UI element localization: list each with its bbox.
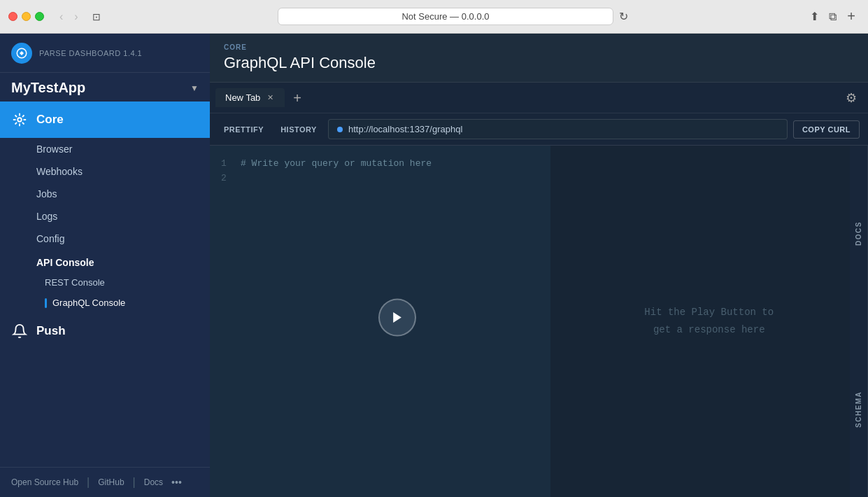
browser-chrome: ‹ › ⊡ Not Secure — 0.0.0.0 ↻ ⬆ ⧉ + — [0, 0, 868, 34]
svg-point-1 — [17, 118, 22, 122]
line-number-2: 2 — [221, 172, 227, 186]
window-button[interactable]: ⊡ — [88, 10, 105, 24]
open-source-hub-link[interactable]: Open Source Hub — [11, 477, 78, 487]
sidebar-nav: Core Browser Webhooks Jobs Logs Config A… — [0, 99, 210, 467]
add-tab-button[interactable]: + — [287, 91, 307, 105]
traffic-lights — [8, 12, 44, 21]
play-button[interactable] — [378, 299, 416, 337]
query-editor[interactable]: 1 2 # Write your query or mutation here — [210, 146, 550, 497]
core-label: Core — [36, 113, 64, 127]
sidebar-item-browser[interactable]: Browser — [0, 138, 210, 160]
more-footer-options[interactable]: ••• — [171, 477, 182, 488]
back-button[interactable]: ‹ — [55, 9, 67, 24]
url-status-dot — [337, 127, 343, 132]
nav-buttons: ‹ › — [55, 9, 83, 24]
sidebar-item-push[interactable]: Push — [0, 313, 210, 349]
core-icon — [11, 111, 28, 128]
sidebar: PARSE DASHBOARD 1.4.1 MyTestApp ▼ Core B… — [0, 34, 210, 497]
editor-comment-line: # Write your query or mutation here — [241, 157, 539, 172]
url-value: http://localhost:1337/graphql — [348, 124, 462, 134]
tab-label: New Tab — [225, 92, 260, 103]
sidebar-header: PARSE DASHBOARD 1.4.1 — [0, 34, 210, 73]
sidebar-item-logs[interactable]: Logs — [0, 205, 210, 227]
page-title: GraphQL API Console — [224, 54, 854, 72]
response-placeholder-line1: Hit the Play Button to — [644, 304, 774, 321]
core-sub-items: Browser Webhooks Jobs Logs Config API Co… — [0, 138, 210, 313]
schema-side-tab[interactable]: SCHEMA — [850, 321, 868, 497]
parse-logo — [11, 43, 32, 64]
main-content: CORE GraphQL API Console New Tab ✕ + ⚙ P… — [210, 34, 868, 497]
reload-button[interactable]: ↻ — [619, 10, 628, 23]
share-button[interactable]: ⬆ — [806, 8, 823, 24]
prettify-button[interactable]: PRETTIFY — [218, 122, 269, 136]
tab-new-tab[interactable]: New Tab ✕ — [215, 88, 285, 107]
docs-link[interactable]: Docs — [144, 477, 163, 487]
sidebar-item-graphql-console[interactable]: GraphQL Console — [0, 293, 210, 313]
active-indicator — [45, 298, 47, 308]
app-name-row: MyTestApp ▼ — [0, 73, 210, 99]
response-placeholder: Hit the Play Button to get a response he… — [644, 304, 774, 339]
sidebar-item-config[interactable]: Config — [0, 227, 210, 250]
new-tab-button[interactable]: + — [843, 8, 860, 24]
svg-marker-2 — [393, 312, 401, 323]
docs-side-tab[interactable]: DOCS — [850, 146, 868, 321]
copy-curl-button[interactable]: COPY CURL — [793, 120, 860, 139]
toolbar: PRETTIFY HISTORY http://localhost:1337/g… — [210, 113, 868, 146]
browser-actions: ⬆ ⧉ + — [806, 8, 860, 24]
tab-settings-button[interactable]: ⚙ — [840, 88, 862, 108]
sidebar-item-jobs[interactable]: Jobs — [0, 183, 210, 205]
sidebar-item-core[interactable]: Core — [0, 102, 210, 138]
editor-area: 1 2 # Write your query or mutation here … — [210, 146, 868, 497]
close-traffic-light[interactable] — [8, 12, 17, 21]
maximize-traffic-light[interactable] — [35, 12, 44, 21]
history-button[interactable]: HISTORY — [275, 122, 322, 136]
breadcrumb: CORE — [224, 43, 854, 51]
api-console-group-label: API Console — [0, 250, 210, 272]
app-version-label: PARSE DASHBOARD 1.4.1 — [39, 49, 142, 57]
push-icon — [11, 323, 28, 340]
tab-bar: New Tab ✕ + ⚙ — [210, 83, 868, 113]
address-bar[interactable]: Not Secure — 0.0.0.0 — [278, 8, 613, 25]
url-bar[interactable]: http://localhost:1337/graphql — [328, 119, 788, 139]
tab-close-button[interactable]: ✕ — [266, 93, 275, 102]
push-label: Push — [36, 324, 66, 338]
sidebar-toggle-button[interactable]: ⧉ — [825, 8, 840, 24]
response-panel: Hit the Play Button to get a response he… — [550, 146, 869, 497]
dropdown-icon[interactable]: ▼ — [190, 83, 199, 93]
github-link[interactable]: GitHub — [98, 477, 124, 487]
page-header: CORE GraphQL API Console — [210, 34, 868, 83]
sidebar-footer: Open Source Hub | GitHub | Docs ••• — [0, 467, 210, 497]
minimize-traffic-light[interactable] — [22, 12, 31, 21]
sidebar-item-webhooks[interactable]: Webhooks — [0, 160, 210, 183]
line-numbers: 1 2 — [221, 157, 227, 186]
app-name: MyTestApp — [11, 80, 85, 96]
editor-content[interactable]: # Write your query or mutation here — [241, 157, 539, 172]
sidebar-item-rest-console[interactable]: REST Console — [0, 272, 210, 293]
address-bar-wrap: Not Secure — 0.0.0.0 ↻ — [111, 8, 796, 25]
app-layout: PARSE DASHBOARD 1.4.1 MyTestApp ▼ Core B… — [0, 34, 868, 497]
response-placeholder-line2: get a response here — [644, 321, 774, 339]
side-tabs: DOCS SCHEMA — [850, 146, 868, 497]
forward-button[interactable]: › — [70, 9, 82, 24]
line-number-1: 1 — [221, 157, 227, 172]
